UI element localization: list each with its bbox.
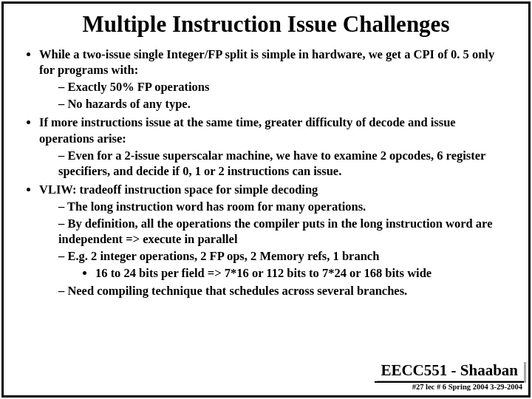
- slide-footer: EECC551 - Shaaban #27 lec # 6 Spring 200…: [375, 360, 524, 391]
- slide-meta: #27 lec # 6 Spring 2004 3-29-2004: [375, 383, 524, 391]
- bullet-list-level2: 16 to 24 bits per field => 7*16 or 112 b…: [58, 265, 508, 281]
- bullet-item: If more instructions issue at the same t…: [39, 115, 508, 178]
- dash-list: The long instruction word has room for m…: [39, 199, 508, 299]
- dash-item: Exactly 50% FP operations: [58, 79, 508, 95]
- slide-content: While a two-issue single Integer/FP spli…: [11, 47, 521, 299]
- dash-item: E.g. 2 integer operations, 2 FP ops, 2 M…: [58, 248, 508, 281]
- slide-frame: Multiple Instruction Issue Challenges Wh…: [1, 1, 531, 398]
- bullet-text: While a two-issue single Integer/FP spli…: [39, 47, 494, 77]
- dash-item: Even for a 2-issue superscalar machine, …: [58, 148, 508, 179]
- bullet-item: While a two-issue single Integer/FP spli…: [39, 47, 508, 112]
- dash-list: Even for a 2-issue superscalar machine, …: [39, 148, 508, 179]
- slide-title: Multiple Instruction Issue Challenges: [11, 11, 521, 38]
- dash-list: Exactly 50% FP operations No hazards of …: [39, 79, 508, 112]
- bullet-text: VLIW: tradeoff instruction space for sim…: [39, 183, 318, 197]
- course-label: EECC551 - Shaaban: [375, 360, 524, 381]
- dash-item: By definition, all the operations the co…: [58, 216, 508, 247]
- bullet-item: VLIW: tradeoff instruction space for sim…: [39, 182, 508, 299]
- dash-text: E.g. 2 integer operations, 2 FP ops, 2 M…: [67, 249, 379, 263]
- dash-item: Need compiling technique that schedules …: [58, 283, 508, 299]
- bullet-text: If more instructions issue at the same t…: [39, 115, 456, 145]
- dash-item: The long instruction word has room for m…: [58, 199, 508, 214]
- bullet-item: 16 to 24 bits per field => 7*16 or 112 b…: [95, 265, 508, 281]
- bullet-list-level1: While a two-issue single Integer/FP spli…: [17, 47, 508, 299]
- dash-item: No hazards of any type.: [58, 96, 508, 112]
